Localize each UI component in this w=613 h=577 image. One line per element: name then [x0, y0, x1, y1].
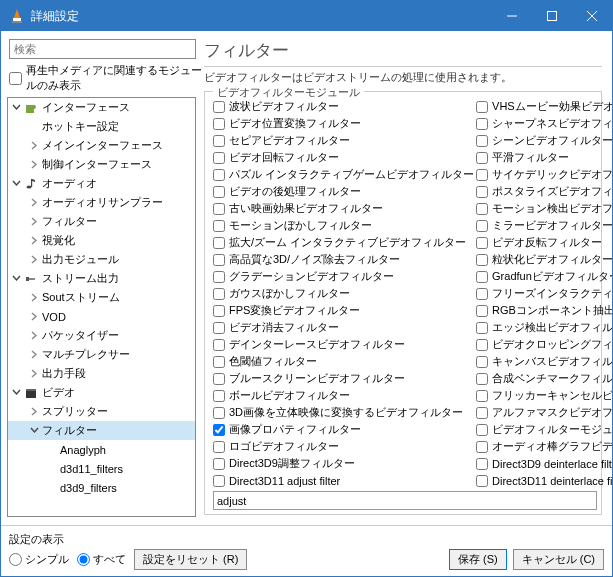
filter-checkbox[interactable] [476, 339, 488, 351]
filter-checkbox-item[interactable]: モーション検出ビデオフィルター [476, 200, 612, 217]
filter-checkbox[interactable] [476, 254, 488, 266]
filter-checkbox-item[interactable]: モーションぼかしフィルター [213, 217, 474, 234]
filter-checkbox[interactable] [476, 152, 488, 164]
filter-checkbox-item[interactable]: ロゴビデオフィルター [213, 438, 474, 455]
filter-checkbox[interactable] [476, 322, 488, 334]
filter-checkbox[interactable] [213, 441, 225, 453]
filter-checkbox[interactable] [213, 339, 225, 351]
filter-checkbox-item[interactable]: 平滑フィルター [476, 149, 612, 166]
filter-checkbox-item[interactable]: シャープネスビデオフィルター [476, 115, 612, 132]
chevron-right-icon[interactable] [28, 140, 40, 152]
filter-checkbox[interactable] [213, 220, 225, 232]
tree-item[interactable]: Soutストリーム [8, 288, 195, 307]
filter-checkbox-item[interactable]: デインターレースビデオフィルター [213, 336, 474, 353]
tree-item[interactable]: ストリーム出力 [8, 269, 195, 288]
filter-checkbox-item[interactable]: ビデオ回転フィルター [213, 149, 474, 166]
filter-checkbox[interactable] [476, 373, 488, 385]
preferences-tree[interactable]: インターフェースホットキー設定メインインターフェース制御インターフェースオーディ… [7, 97, 196, 517]
filter-checkbox-item[interactable]: パズル インタラクティブゲームビデオフィルター [213, 166, 474, 183]
filter-checkbox-item[interactable]: VHSムービー効果ビデオフィルター [476, 98, 612, 115]
tree-item[interactable]: ビデオ [8, 383, 195, 402]
filter-checkbox-item[interactable]: 波状ビデオフィルター [213, 98, 474, 115]
filter-checkbox-item[interactable]: エッジ検出ビデオフィルター [476, 319, 612, 336]
filter-checkbox-item[interactable]: アルファマスクビデオフィルター [476, 404, 612, 421]
tree-item[interactable]: 制御インターフェース [8, 155, 195, 174]
tree-item[interactable]: フィルター [8, 421, 195, 440]
chevron-right-icon[interactable] [28, 216, 40, 228]
save-button[interactable]: 保存 (S) [449, 549, 507, 570]
minimize-button[interactable] [492, 1, 532, 31]
chevron-right-icon[interactable] [28, 292, 40, 304]
filter-checkbox[interactable] [213, 424, 225, 436]
filter-checkbox[interactable] [476, 458, 488, 470]
filter-checkbox-item[interactable]: ビデオ位置変換フィルター [213, 115, 474, 132]
filter-checkbox-item[interactable]: セピアビデオフィルター [213, 132, 474, 149]
search-field[interactable] [9, 39, 196, 59]
filter-checkbox-item[interactable]: フリーズインタラクティブビデオフィルター [476, 285, 612, 302]
filter-checkbox[interactable] [476, 186, 488, 198]
filter-checkbox-item[interactable]: フリッカーキャンセルビデオフィルター [476, 387, 612, 404]
tree-item[interactable]: d3d11_filters [8, 459, 195, 478]
filter-checkbox[interactable] [213, 390, 225, 402]
chevron-down-icon[interactable] [10, 273, 22, 285]
filter-checkbox-item[interactable]: グラデーションビデオフィルター [213, 268, 474, 285]
filter-checkbox[interactable] [476, 407, 488, 419]
filter-checkbox[interactable] [213, 118, 225, 130]
tree-item[interactable]: 視覚化 [8, 231, 195, 250]
chevron-right-icon[interactable] [28, 349, 40, 361]
filter-checkbox[interactable] [213, 169, 225, 181]
chevron-right-icon[interactable] [28, 406, 40, 418]
filter-checkbox-item[interactable]: 粒状化ビデオフィルター [476, 251, 612, 268]
filter-checkbox[interactable] [476, 356, 488, 368]
filter-checkbox-item[interactable]: Gradfunビデオフィルター [476, 268, 612, 285]
filter-checkbox-item[interactable]: ビデオの後処理フィルター [213, 183, 474, 200]
filter-checkbox-item[interactable]: Direct3D11 deinterlace filter [476, 472, 612, 489]
filter-checkbox-item[interactable]: ブルースクリーンビデオフィルター [213, 370, 474, 387]
filter-checkbox[interactable] [476, 220, 488, 232]
filter-checkbox[interactable] [213, 186, 225, 198]
filter-checkbox-item[interactable]: ボールビデオフィルター [213, 387, 474, 404]
tree-item[interactable]: スプリッター [8, 402, 195, 421]
filter-checkbox[interactable] [213, 373, 225, 385]
filter-checkbox[interactable] [213, 356, 225, 368]
tree-item[interactable]: オーディオ [8, 174, 195, 193]
filter-checkbox-item[interactable]: Direct3D9 deinterlace filter [476, 455, 612, 472]
chevron-down-icon[interactable] [10, 387, 22, 399]
filter-checkbox[interactable] [213, 475, 225, 487]
filter-checkbox-item[interactable]: Direct3D9調整フィルター [213, 455, 474, 472]
tree-item[interactable]: d3d9_filters [8, 478, 195, 497]
filter-checkbox-item[interactable]: 画像プロパティフィルター [213, 421, 474, 438]
tree-item[interactable]: 出力手段 [8, 364, 195, 383]
mode-simple-radio[interactable]: シンプル [9, 552, 69, 567]
tree-item[interactable]: マルチプレクサー [8, 345, 195, 364]
filter-checkbox-item[interactable]: 高品質な3D/ノイズ除去フィルター [213, 251, 474, 268]
close-button[interactable] [572, 1, 612, 31]
filter-checkbox[interactable] [213, 135, 225, 147]
filter-checkbox-item[interactable]: 色閾値フィルター [213, 353, 474, 370]
chevron-right-icon[interactable] [28, 235, 40, 247]
filter-checkbox[interactable] [476, 390, 488, 402]
filter-checkbox-item[interactable]: 3D画像を立体映像に変換するビデオフィルター [213, 404, 474, 421]
tree-item[interactable]: メインインターフェース [8, 136, 195, 155]
filter-checkbox-item[interactable]: シーンビデオフィルター [476, 132, 612, 149]
filter-checkbox[interactable] [213, 458, 225, 470]
filter-checkbox[interactable] [213, 322, 225, 334]
mode-all-radio[interactable]: すべて [77, 552, 126, 567]
filter-checkbox-item[interactable]: RGBコンポーネント抽出ビデオフィルター [476, 302, 612, 319]
filter-expression-input[interactable] [213, 491, 597, 510]
maximize-button[interactable] [532, 1, 572, 31]
filter-checkbox-item[interactable]: ミラービデオフィルター [476, 217, 612, 234]
filter-checkbox-item[interactable]: キャンバスビデオフィルター [476, 353, 612, 370]
tree-item[interactable]: 出力モジュール [8, 250, 195, 269]
chevron-right-icon[interactable] [28, 330, 40, 342]
filter-checkbox[interactable] [476, 101, 488, 113]
filter-checkbox[interactable] [476, 203, 488, 215]
filter-checkbox[interactable] [476, 118, 488, 130]
chevron-right-icon[interactable] [28, 368, 40, 380]
filter-checkbox[interactable] [476, 475, 488, 487]
filter-checkbox[interactable] [476, 305, 488, 317]
filter-checkbox[interactable] [213, 152, 225, 164]
filter-checkbox[interactable] [213, 305, 225, 317]
chevron-right-icon[interactable] [28, 197, 40, 209]
filter-checkbox-item[interactable]: 古い映画効果ビデオフィルター [213, 200, 474, 217]
